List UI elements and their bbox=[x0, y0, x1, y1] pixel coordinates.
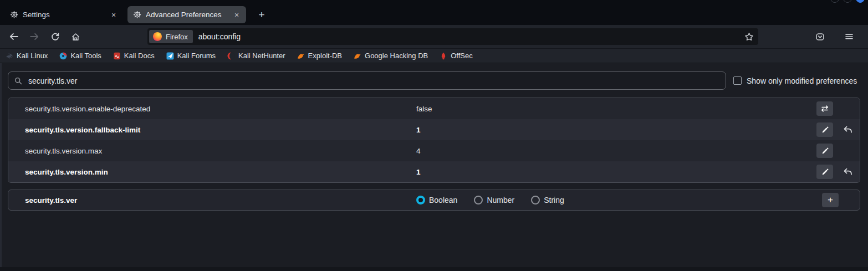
menu-icon bbox=[845, 32, 854, 41]
kali-nethunter-icon bbox=[227, 52, 235, 60]
new-tab-button[interactable]: + bbox=[254, 7, 269, 23]
reset-icon bbox=[843, 125, 852, 135]
edit-icon bbox=[821, 147, 829, 155]
add-preference-row: security.tls.ver Boolean Number String + bbox=[8, 190, 860, 211]
exploit-db-bird-icon bbox=[297, 52, 305, 60]
bookmark-kali-linux[interactable]: Kali Linux bbox=[6, 52, 48, 60]
search-icon bbox=[14, 77, 22, 85]
window-bottom-edge bbox=[0, 267, 868, 271]
kali-forums-icon bbox=[166, 52, 174, 60]
tab-label: Advanced Preferences bbox=[146, 11, 227, 19]
radio-label: String bbox=[544, 196, 564, 204]
bookmark-label: Kali Forums bbox=[177, 52, 216, 60]
back-icon bbox=[9, 32, 19, 42]
pref-value: 4 bbox=[416, 147, 421, 155]
row-actions bbox=[816, 101, 856, 116]
firefox-identity-chip: Firefox bbox=[149, 30, 193, 43]
pref-name: security.tls.version.enable-deprecated bbox=[25, 105, 150, 113]
toolbar-right-group bbox=[811, 28, 861, 45]
url-text[interactable]: about:config bbox=[198, 32, 241, 41]
tab-advanced-preferences[interactable]: Advanced Preferences × bbox=[127, 6, 246, 23]
pref-value: 1 bbox=[416, 168, 421, 176]
home-button[interactable] bbox=[67, 28, 84, 45]
bookmark-offsec[interactable]: OffSec bbox=[440, 52, 473, 60]
show-only-modified-checkbox[interactable] bbox=[733, 76, 742, 85]
row-actions bbox=[816, 122, 856, 137]
preferences-table: security.tls.version.enable-deprecated f… bbox=[8, 98, 860, 183]
radio-number[interactable] bbox=[474, 196, 483, 204]
bookmark-exploit-db[interactable]: Exploit-DB bbox=[297, 52, 342, 60]
new-pref-name: security.tls.ver bbox=[25, 196, 77, 204]
window-close-button[interactable] bbox=[856, 0, 865, 3]
gear-icon bbox=[133, 11, 141, 19]
pref-row-version-max: security.tls.version.max 4 bbox=[8, 140, 860, 161]
row-actions bbox=[816, 165, 856, 179]
toggle-button[interactable] bbox=[816, 101, 833, 116]
bookmarks-toolbar: Kali Linux Kali Tools Kali Docs Kali For… bbox=[0, 49, 868, 63]
url-bar[interactable]: Firefox about:config bbox=[147, 28, 758, 45]
bookmark-label: OffSec bbox=[451, 52, 473, 60]
bookmark-kali-forums[interactable]: Kali Forums bbox=[166, 52, 216, 60]
pref-type-radio-group: Boolean Number String bbox=[416, 196, 564, 204]
type-option-boolean[interactable]: Boolean bbox=[416, 196, 457, 204]
pref-row-enable-deprecated: security.tls.version.enable-deprecated f… bbox=[8, 98, 860, 119]
radio-label: Number bbox=[487, 196, 514, 204]
bookmark-kali-nethunter[interactable]: Kali NetHunter bbox=[227, 52, 285, 60]
reload-button[interactable] bbox=[47, 28, 63, 45]
home-icon bbox=[71, 32, 80, 42]
edit-button[interactable] bbox=[816, 144, 833, 158]
reset-button[interactable] bbox=[841, 166, 854, 178]
type-option-string[interactable]: String bbox=[531, 196, 564, 204]
pref-value: 1 bbox=[416, 126, 421, 134]
bookmark-kali-docs[interactable]: Kali Docs bbox=[113, 52, 155, 60]
edit-icon bbox=[821, 168, 829, 176]
close-icon[interactable]: × bbox=[109, 10, 119, 20]
google-hacking-db-bird-icon bbox=[354, 52, 361, 60]
forward-icon bbox=[29, 32, 39, 42]
pref-name: security.tls.version.fallback-limit bbox=[25, 126, 140, 134]
preference-search-input[interactable] bbox=[8, 71, 726, 90]
pref-name: security.tls.version.max bbox=[25, 147, 102, 155]
bookmark-label: Kali NetHunter bbox=[238, 52, 285, 60]
radio-boolean[interactable] bbox=[416, 196, 425, 204]
bookmark-star-icon[interactable] bbox=[744, 32, 754, 42]
bookmark-google-hacking-db[interactable]: Google Hacking DB bbox=[354, 52, 428, 60]
window-maximize-button[interactable] bbox=[843, 0, 852, 3]
about-config-page: Show only modified preferences security.… bbox=[0, 63, 868, 264]
close-icon[interactable]: × bbox=[232, 10, 242, 20]
kali-tools-icon bbox=[59, 52, 67, 60]
gear-icon bbox=[10, 11, 18, 19]
bookmark-kali-tools[interactable]: Kali Tools bbox=[59, 52, 101, 60]
forward-button[interactable] bbox=[26, 28, 43, 45]
firefox-logo-icon bbox=[153, 32, 162, 41]
search-field-wrap bbox=[8, 71, 726, 90]
back-button[interactable] bbox=[6, 28, 22, 45]
kali-docs-icon bbox=[113, 52, 121, 60]
show-only-modified-group[interactable]: Show only modified preferences bbox=[733, 76, 857, 85]
pref-row-fallback-limit: security.tls.version.fallback-limit 1 bbox=[8, 119, 860, 140]
window-minimize-button[interactable] bbox=[830, 0, 839, 3]
toggle-icon bbox=[820, 104, 829, 113]
tab-settings[interactable]: Settings × bbox=[4, 6, 123, 23]
pocket-button[interactable] bbox=[811, 28, 828, 45]
add-preference-button[interactable]: + bbox=[822, 193, 839, 207]
pref-value: false bbox=[416, 105, 432, 113]
kali-linux-dragon-icon bbox=[6, 52, 13, 60]
search-row: Show only modified preferences bbox=[0, 63, 868, 90]
bookmark-label: Kali Docs bbox=[124, 52, 155, 60]
radio-string[interactable] bbox=[531, 196, 540, 204]
pref-row-version-min: security.tls.version.min 1 bbox=[8, 161, 860, 182]
row-actions bbox=[816, 144, 856, 158]
reset-button[interactable] bbox=[841, 124, 854, 136]
bookmark-label: Kali Tools bbox=[70, 52, 101, 60]
bookmark-label: Exploit-DB bbox=[308, 52, 342, 60]
identity-label: Firefox bbox=[166, 33, 188, 41]
window-left-edge bbox=[0, 63, 2, 267]
edit-button[interactable] bbox=[816, 165, 833, 179]
edit-button[interactable] bbox=[816, 122, 833, 137]
pref-name: security.tls.version.min bbox=[25, 168, 108, 176]
edit-icon bbox=[821, 126, 829, 134]
app-menu-button[interactable] bbox=[841, 28, 857, 45]
show-only-modified-label: Show only modified preferences bbox=[747, 76, 857, 85]
type-option-number[interactable]: Number bbox=[474, 196, 514, 204]
